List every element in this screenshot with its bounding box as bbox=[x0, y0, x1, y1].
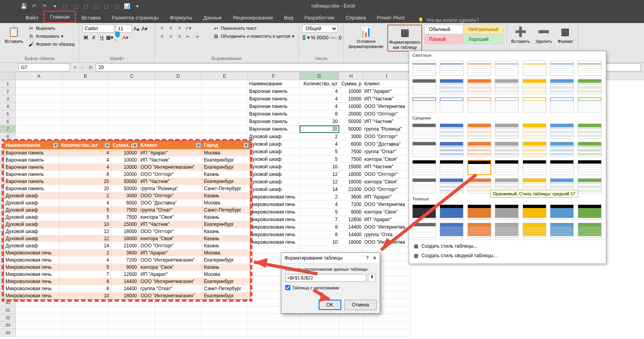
cell[interactable]: 7 bbox=[300, 216, 339, 223]
cell[interactable] bbox=[109, 125, 155, 133]
table-style-thumb[interactable] bbox=[523, 123, 546, 139]
paste-button[interactable]: 📋 Вставить bbox=[3, 25, 25, 45]
cell[interactable] bbox=[16, 103, 62, 110]
row-header[interactable]: 2 bbox=[0, 88, 16, 95]
qat-icon[interactable]: ⬚ bbox=[113, 2, 121, 10]
cell[interactable] bbox=[202, 88, 248, 95]
column-header-F[interactable]: F bbox=[248, 72, 300, 80]
table-style-thumb[interactable] bbox=[523, 160, 546, 175]
cell[interactable]: Клиент bbox=[363, 80, 411, 88]
cell[interactable]: 12 bbox=[300, 178, 339, 186]
tab-home[interactable]: Главная bbox=[44, 11, 76, 23]
undo-icon[interactable]: ↶ bbox=[30, 2, 38, 10]
cell[interactable] bbox=[62, 329, 109, 337]
row-header[interactable]: 31 bbox=[0, 306, 16, 314]
inc-decimal-icon[interactable]: .0→ bbox=[326, 34, 332, 40]
shrink-font-icon[interactable]: A▾ bbox=[141, 25, 148, 32]
number-format-select[interactable]: Общий bbox=[302, 25, 338, 33]
cell[interactable] bbox=[155, 110, 202, 118]
cell[interactable] bbox=[16, 306, 62, 314]
table-style-thumb[interactable] bbox=[523, 97, 546, 112]
table-style-thumb[interactable] bbox=[495, 160, 519, 175]
cell[interactable]: Духовой шкаф bbox=[248, 186, 300, 193]
cell[interactable] bbox=[202, 314, 248, 322]
format-painter-button[interactable]: 🖌Формат по образцу bbox=[27, 40, 76, 48]
column-header-E[interactable]: E bbox=[202, 72, 248, 80]
cell[interactable]: 7500 bbox=[339, 148, 363, 156]
cell[interactable] bbox=[248, 329, 300, 337]
table-style-thumb[interactable] bbox=[578, 178, 602, 193]
table-style-thumb[interactable] bbox=[467, 142, 491, 157]
qat-icon[interactable]: ⬚ bbox=[102, 2, 110, 10]
cell[interactable] bbox=[62, 306, 109, 314]
table-style-thumb[interactable] bbox=[440, 97, 463, 112]
cell[interactable] bbox=[62, 314, 109, 322]
redo-icon[interactable]: ↷ bbox=[40, 2, 48, 10]
percent-icon[interactable]: % bbox=[310, 34, 316, 40]
align-middle-icon[interactable]: ≡ bbox=[167, 25, 175, 32]
cell[interactable] bbox=[109, 80, 155, 88]
cell[interactable]: Духовой шкаф bbox=[248, 148, 300, 156]
merge-button[interactable]: ⊞Объединить и поместить в центре ▾ bbox=[212, 33, 295, 40]
cell[interactable]: 18000 bbox=[339, 171, 363, 178]
fx-icon[interactable]: fx bbox=[86, 65, 96, 70]
cell[interactable] bbox=[16, 95, 62, 103]
filter-dropdown-icon[interactable]: ▾ bbox=[132, 143, 138, 148]
cell[interactable]: Количество, шт bbox=[300, 80, 339, 88]
filter-dropdown-icon[interactable]: ▾ bbox=[196, 143, 201, 148]
cell[interactable]: 8 bbox=[300, 231, 339, 239]
cell[interactable]: контора "Своя" bbox=[363, 156, 411, 163]
cell[interactable] bbox=[16, 314, 62, 322]
style-neutral[interactable]: Нейтральный bbox=[464, 25, 503, 34]
cell[interactable]: 18000 bbox=[339, 178, 363, 186]
cell[interactable]: 8 bbox=[300, 110, 339, 118]
row-header[interactable]: 33 bbox=[0, 322, 16, 329]
cell[interactable]: 21000 bbox=[339, 186, 363, 193]
format-as-table-button[interactable]: ▦ Форматировать как таблицу bbox=[387, 25, 422, 52]
table-style-thumb[interactable] bbox=[550, 160, 574, 175]
copy-button[interactable]: ⎘Копировать ▾ bbox=[27, 33, 76, 40]
format-cells-button[interactable]: ▦Формат bbox=[556, 25, 575, 45]
cell[interactable] bbox=[155, 314, 202, 322]
table-style-thumb[interactable] bbox=[550, 79, 574, 94]
cell[interactable] bbox=[155, 306, 202, 314]
cell[interactable] bbox=[300, 329, 339, 337]
table-column-header[interactable]: Сумма, р▾ bbox=[111, 141, 139, 149]
style-normal[interactable]: Обычный bbox=[425, 25, 463, 34]
cell[interactable] bbox=[16, 322, 62, 329]
table-style-thumb[interactable] bbox=[523, 204, 546, 220]
cell[interactable] bbox=[363, 322, 411, 329]
cell[interactable] bbox=[202, 118, 248, 125]
column-header-D[interactable]: D bbox=[155, 72, 202, 80]
table-style-thumb[interactable] bbox=[467, 97, 491, 112]
filter-dropdown-icon[interactable]: ▾ bbox=[104, 143, 110, 148]
enter-formula-icon[interactable]: ✓ bbox=[79, 65, 86, 70]
grow-font-icon[interactable]: A▴ bbox=[133, 25, 140, 32]
table-style-thumb[interactable] bbox=[440, 142, 463, 157]
cell[interactable]: 10000 bbox=[339, 95, 363, 103]
cell[interactable] bbox=[339, 322, 363, 329]
tab-review[interactable]: Рецензирование bbox=[227, 12, 278, 23]
cell[interactable] bbox=[155, 322, 202, 329]
cell[interactable]: 15000 bbox=[339, 163, 363, 171]
tab-formulas[interactable]: Формулы bbox=[164, 12, 198, 23]
table-style-thumb[interactable] bbox=[578, 142, 602, 157]
cell[interactable] bbox=[109, 314, 155, 322]
column-header-G[interactable]: G bbox=[300, 72, 339, 80]
name-box[interactable] bbox=[18, 64, 70, 71]
cell[interactable] bbox=[62, 80, 109, 88]
cell[interactable] bbox=[155, 95, 202, 103]
cell[interactable]: Микроволновая печь bbox=[248, 231, 300, 239]
table-style-thumb[interactable] bbox=[523, 142, 546, 157]
cell[interactable]: 10000 bbox=[339, 103, 363, 110]
cell[interactable]: 20 bbox=[300, 118, 339, 125]
cell[interactable] bbox=[202, 322, 248, 329]
table-style-thumb[interactable] bbox=[523, 79, 546, 94]
cell[interactable]: 10 bbox=[300, 239, 339, 246]
cell[interactable]: Духовой шкаф bbox=[248, 156, 300, 163]
cell[interactable]: Микроволновая печь bbox=[248, 193, 300, 201]
cell[interactable]: ИП "Частник" bbox=[363, 118, 411, 125]
cell[interactable]: 4 bbox=[300, 95, 339, 103]
cell[interactable]: ООО "Оптторг" bbox=[363, 133, 411, 141]
cell[interactable]: 14400 bbox=[339, 231, 363, 239]
